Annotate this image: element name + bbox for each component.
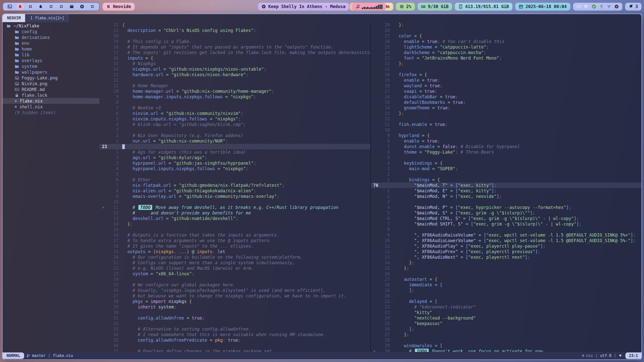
code-line[interactable]: ✓11 # TODO Move away from devshell, as i… [99, 205, 370, 210]
code-line[interactable]: 8 enable = true; [371, 138, 642, 144]
code-line[interactable]: 24 darkScheme = "catppuccin-mocha"; [371, 50, 642, 55]
code-line[interactable]: 76 "$mainMod, T" = ["exec, kitty"]; [371, 183, 642, 188]
code-line[interactable]: 23 "kitty" [371, 310, 642, 315]
clock-module[interactable]: 2025-06-18 00:04 [515, 3, 570, 11]
tab-neotree[interactable]: NEOVIM [3, 14, 25, 22]
code-line[interactable]: 11 fish.enable = true; [371, 122, 642, 127]
code-line[interactable]: 2 "$mainMod, N" = ["exec, neovide"]; [371, 194, 642, 199]
code-line[interactable]: 28 [371, 337, 642, 343]
code-line[interactable]: 33 # Alternative to setting config.allow… [99, 326, 370, 332]
code-line[interactable]: 13 devshell.url = "github:numtide/devshe… [99, 216, 370, 221]
code-line[interactable]: 23 [99, 144, 370, 149]
code-line[interactable]: 1 bindings = { [371, 177, 642, 183]
workspace-5-empty[interactable] [48, 3, 54, 10]
code-line[interactable]: 1 # Ags for widgets (this was a terrible… [99, 149, 370, 155]
code-line[interactable]: 24 "nextcloud --background" [371, 315, 642, 321]
code-line[interactable]: 8 nix-alien.url = "github:thiagokokada/n… [99, 188, 370, 194]
tree-folder-overlays[interactable]: overlays [3, 58, 99, 63]
code-line[interactable]: 36 [99, 343, 370, 348]
code-line[interactable]: 20 firefox = { [371, 72, 642, 77]
code-line[interactable]: 22 }; [371, 61, 642, 66]
code-line[interactable]: 3 [99, 127, 370, 133]
notifications-module[interactable]: 3 [625, 3, 641, 11]
code-line[interactable]: 27 }; [371, 332, 642, 337]
workspace-8-spotify[interactable] [79, 3, 85, 10]
code-line[interactable]: 10 ", XF86AudioLowerVolume" = ["exec, wp… [371, 238, 642, 243]
code-line[interactable]: 25 # We configure our global packages he… [99, 282, 370, 288]
workspace-2-neovide[interactable]: N [17, 3, 23, 10]
code-line[interactable]: 15 }; [371, 265, 642, 271]
tree-folder-system[interactable]: system [3, 63, 99, 69]
tree-folder-config[interactable]: config [3, 29, 99, 34]
code-line[interactable]: 27 color = { [371, 33, 642, 39]
code-line[interactable]: 15 # Nixpkgs [99, 61, 370, 66]
keyboard-icon[interactable] [577, 4, 581, 9]
code-line[interactable]: 12 # and doesn't provide any benefits fo… [99, 210, 370, 216]
code-line[interactable]: 11 ", XF86AudioPlay" = ["exec, playerctl… [371, 243, 642, 249]
code-line[interactable]: 9 hyprland = { [371, 133, 642, 138]
code-line[interactable]: 21 [371, 66, 642, 72]
code-line[interactable]: 7 "$mainMod SHIFT, S" = ["exec, grim -g … [371, 221, 642, 227]
window-title-module[interactable]: N Neovide [103, 3, 135, 11]
code-line[interactable]: 18 wayland = true; [371, 83, 642, 88]
code-line[interactable]: 2 ags.url = "github:Aylur/ags"; [99, 155, 370, 160]
code-line[interactable]: 3 main-mod = "SUPER"; [371, 166, 642, 171]
code-line[interactable]: 3 hyprpanel.url = "github:jas-singhfsu/h… [99, 160, 370, 166]
code-line[interactable]: 1 "$mainMod, E" = ["exec, kitty"]; [371, 188, 642, 194]
code-line[interactable]: 16 [371, 271, 642, 277]
cpu-module[interactable]: 2% [396, 3, 415, 11]
tab-flake-nix[interactable]: 1 flake.nix[2+] [26, 14, 69, 22]
key-icon[interactable] [599, 4, 604, 9]
code-line[interactable]: 18 immediate = [ [371, 282, 642, 288]
code-line[interactable]: 6 # Other [99, 177, 370, 183]
workspace-1-terminal[interactable] [7, 3, 13, 10]
code-line[interactable]: 4 "$mainMod, P" = ["exec, hyprpicker --a… [371, 205, 642, 210]
code-line[interactable]: 28 [371, 28, 642, 33]
code-line[interactable]: 19 enable = true; [371, 77, 642, 83]
code-line[interactable]: 21 delayed = [ [371, 299, 642, 304]
code-line[interactable]: 21 # Configs can support more than a sin… [99, 260, 370, 265]
code-line[interactable]: 5 [371, 155, 642, 160]
code-line[interactable]: 7 # NeoVim <3 [99, 105, 370, 111]
code-line[interactable]: 23 font = "JetBrainsMono Nerd Font Mono"… [371, 55, 642, 61]
code-line[interactable]: 5 "$mainMod, S" = ["exec, grim -g \"$(sl… [371, 210, 642, 216]
code-line[interactable]: 9 ", XF86AudioRaiseVolume" = ["exec, wpc… [371, 232, 642, 238]
tree-file-Foggy-Lake.png[interactable]: Foggy-Lake.png [3, 75, 99, 81]
code-line[interactable]: 4 hyprpanel.inputs.nixpkgs.follows = "ni… [99, 166, 370, 171]
workspace-4-firefox[interactable] [37, 3, 44, 10]
code-line[interactable]: 19 ]; [371, 288, 642, 293]
code-line[interactable]: 6 nixvim.url = "github:nix-community/nix… [99, 111, 370, 116]
code-line[interactable]: 27 # but because we want to change the n… [99, 293, 370, 299]
code-line[interactable]: 3 [371, 199, 642, 205]
tree-file-flake.lock[interactable]: flake.lock [3, 92, 99, 98]
code-line[interactable]: 31 config.allowUnfree = true; [99, 315, 370, 321]
tree-folder-lib[interactable]: lib [3, 52, 99, 58]
code-line[interactable]: 28 pkgs = import nixpkgs { [99, 299, 370, 304]
code-line[interactable]: 2 # Nix User Repository (e.g. Firefox ad… [99, 133, 370, 138]
tree-folder-home[interactable]: home [3, 46, 99, 52]
code-line[interactable]: 26 ]; [371, 326, 642, 332]
code-line[interactable]: 13 hardware.url = "github:nixos/nixos-ha… [99, 72, 370, 77]
code-line[interactable]: 29 }; [371, 22, 642, 28]
code-line[interactable]: 9 home-manager.inputs.nixpkgs.follows = … [99, 94, 370, 100]
code-line[interactable]: ✓30 # TODO Doesn't work, use focus_on_ac… [371, 348, 642, 352]
code-line[interactable]: 2 [371, 171, 642, 177]
code-line[interactable]: 5 nixvim.inputs.nixpkgs.follows = "nixpk… [99, 116, 370, 122]
code-line[interactable]: 18 # It gives the name "inputs" to the .… [99, 243, 370, 249]
code-line[interactable]: 22 # e.g. NixOS (linux) and MacOS (darwi… [99, 265, 370, 271]
code-line[interactable]: 16 # Outputs is a function that takes th… [99, 232, 370, 238]
code-line[interactable]: 8 [99, 100, 370, 105]
check-circle-icon[interactable] [592, 4, 596, 9]
git-branch[interactable]: master [26, 353, 46, 358]
code-line[interactable]: 11 # Home Manager [99, 83, 370, 88]
code-line[interactable]: 6 "$mainMod CTRL, S" = ["exec, grim -g \… [371, 216, 642, 221]
code-line[interactable]: 16 disableTabBar = true; [371, 94, 642, 100]
code-line[interactable]: 1 nur.url = "github:nix-community/NUR"; [99, 138, 370, 144]
code-line[interactable]: 29 windowrules = [ [371, 343, 642, 348]
code-line[interactable]: 32 [99, 321, 370, 326]
code-line[interactable]: 4 # blink-cmp.url = "github:saghen/blink… [99, 122, 370, 127]
code-line[interactable]: 16 inputs = { [99, 55, 370, 61]
code-line[interactable]: 37 # Overlays define changes in the nixp… [99, 348, 370, 352]
workspace-9-empty[interactable] [89, 3, 96, 10]
tree-file-shell.nix[interactable]: ❄shell.nix [3, 104, 99, 110]
